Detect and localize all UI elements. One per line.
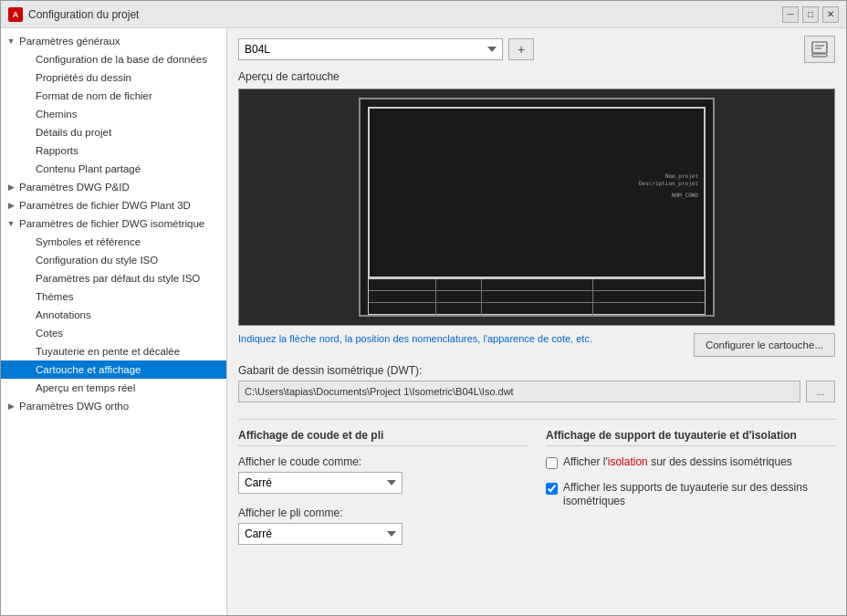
tree-item-filename[interactable]: Format de nom de fichier <box>1 87 226 105</box>
fold-label: Afficher le pli comme: <box>238 506 528 519</box>
two-col-section: Affichage de coude et de pli Afficher le… <box>238 429 835 558</box>
tree-item-dwg-iso[interactable]: ▼ Paramètres de fichier DWG isométrique <box>1 214 226 233</box>
expand-icon-ortho: ▶ <box>5 400 17 412</box>
template-dropdown[interactable]: B04L <box>238 38 503 60</box>
tree-label-plant3d: Paramètres de fichier DWG Plant 3D <box>17 200 191 211</box>
expand-icon-cotes <box>21 327 34 339</box>
expand-icon-reports <box>21 144 34 157</box>
tree-item-themes[interactable]: Thèmes <box>1 287 226 306</box>
tree-panel: ▼ Paramètres généraux Configuration de l… <box>1 28 227 615</box>
expand-icon-symbols <box>21 235 34 248</box>
isolation-label: Afficher l'isolation sur des dessins iso… <box>563 455 792 470</box>
expand-icon-isostyle <box>21 254 34 266</box>
tree-label-isostyle: Configuration du style ISO <box>34 255 158 266</box>
main-content: ▼ Paramètres généraux Configuration de l… <box>1 28 846 615</box>
tree-label-filename: Format de nom de fichier <box>34 90 152 101</box>
tree-label-annot: Annotations <box>34 309 91 320</box>
isolation-checkbox-row: Afficher l'isolation sur des dessins iso… <box>546 455 835 470</box>
expand-icon-details <box>21 126 34 139</box>
close-button[interactable]: ✕ <box>822 6 839 23</box>
tree-label-paths: Chemins <box>34 109 77 120</box>
app-icon: A <box>8 7 23 22</box>
preview-container: Nom_projet Description_projet NOM_COND <box>238 89 835 326</box>
support-section: Affichage de support de tuyauterie et d'… <box>546 429 835 558</box>
tree-item-reports[interactable]: Rapports <box>1 141 226 160</box>
tree-label-details: Détails du projet <box>34 127 111 138</box>
minimize-button[interactable]: ─ <box>782 6 799 23</box>
elbow-field-group: Afficher le coude comme: Carré Rond Bise… <box>238 455 528 494</box>
expand-icon-db <box>21 53 34 66</box>
window-title: Configuration du projet <box>28 8 782 21</box>
maximize-button[interactable]: □ <box>802 6 819 23</box>
browse-button[interactable]: ... <box>806 381 835 402</box>
expand-icon-themes <box>21 290 34 303</box>
elbow-section-title: Affichage de coude et de pli <box>238 429 528 446</box>
tree-label-shared: Contenu Plant partagé <box>34 163 141 174</box>
expand-icon-tuy <box>21 345 34 358</box>
tree-label-defstyle: Paramètres par défaut du style ISO <box>34 273 200 284</box>
settings-icon-button[interactable] <box>804 36 835 63</box>
support-checkbox-row: Afficher les supports de tuyauterie sur … <box>546 481 835 509</box>
elbow-dropdown[interactable]: Carré Rond Biseau <box>238 472 403 494</box>
fold-field-group: Afficher le pli comme: Carré Rond Biseau <box>238 506 528 545</box>
tree-item-cotes[interactable]: Cotes <box>1 324 226 342</box>
title-bar: A Configuration du projet ─ □ ✕ <box>1 1 846 28</box>
tree-item-dwg-pid[interactable]: ▶ Paramètres DWG P&ID <box>1 178 226 196</box>
configure-cartouche-button[interactable]: Configurer le cartouche... <box>694 333 835 357</box>
expand-icon-shared <box>21 162 34 175</box>
tree-item-drawing-props[interactable]: Propriétés du dessin <box>1 68 226 87</box>
expand-icon-apercu <box>21 381 34 394</box>
tree-label-props: Propriétés du dessin <box>34 72 131 83</box>
expand-icon-filename <box>21 89 34 102</box>
tree-item-iso-style[interactable]: Configuration du style ISO <box>1 251 226 269</box>
tree-item-default-style[interactable]: Paramètres par défaut du style ISO <box>1 269 226 287</box>
elbow-label: Afficher le coude comme: <box>238 455 528 468</box>
info-text: Indiquez la flèche nord, la position des… <box>238 333 592 344</box>
tree-item-db-config[interactable]: Configuration de la base de données <box>1 50 226 68</box>
tree-label-db: Configuration de la base de données <box>34 54 207 65</box>
tree-item-symbols[interactable]: Symboles et référence <box>1 233 226 251</box>
tree-label-themes: Thèmes <box>34 291 74 302</box>
tree-item-details[interactable]: Détails du projet <box>1 123 226 141</box>
tree-label-cotes: Cotes <box>34 328 63 339</box>
expand-icon-dwgpid: ▶ <box>5 181 17 193</box>
tree-item-apercu[interactable]: Aperçu en temps réel <box>1 379 226 397</box>
tree-label-cart: Cartouche et affichage <box>34 364 141 375</box>
support-checkbox[interactable] <box>546 483 558 495</box>
tree-item-annotations[interactable]: Annotations <box>1 306 226 324</box>
svg-rect-1 <box>812 54 827 57</box>
tree-item-cartouche[interactable]: Cartouche et affichage <box>1 360 226 379</box>
main-window: A Configuration du projet ─ □ ✕ ▼ Paramè… <box>0 0 847 616</box>
tree-label-general: Paramètres généraux <box>17 36 120 47</box>
divider <box>238 419 835 420</box>
add-template-button[interactable]: + <box>508 38 534 60</box>
fold-dropdown[interactable]: Carré Rond Biseau <box>238 523 403 545</box>
support-label: Afficher les supports de tuyauterie sur … <box>563 481 835 509</box>
tree-label-iso: Paramètres de fichier DWG isométrique <box>17 218 204 229</box>
expand-icon-defstyle <box>21 272 34 285</box>
elbow-section: Affichage de coude et de pli Afficher le… <box>238 429 528 558</box>
tree-label-ortho: Paramètres DWG ortho <box>17 401 129 412</box>
tree-label-tuy: Tuyauterie en pente et décalée <box>34 346 180 357</box>
expand-icon-annot <box>21 308 34 321</box>
tree-item-paths[interactable]: Chemins <box>1 105 226 123</box>
preview-section-title: Aperçu de cartouche <box>238 70 835 83</box>
tree-item-general[interactable]: ▼ Paramètres généraux <box>1 32 226 50</box>
top-row: B04L + <box>238 36 835 63</box>
expand-icon-iso: ▼ <box>5 217 17 230</box>
dwt-path-input[interactable] <box>238 381 800 402</box>
expand-icon-general: ▼ <box>5 35 17 47</box>
info-row: Indiquez la flèche nord, la position des… <box>238 333 835 357</box>
isolation-checkbox[interactable] <box>546 457 558 469</box>
tree-item-tuyauterie[interactable]: Tuyauterie en pente et décalée <box>1 342 226 360</box>
support-section-title: Affichage de support de tuyauterie et d'… <box>546 429 835 446</box>
tree-item-shared-plant[interactable]: Contenu Plant partagé <box>1 160 226 178</box>
dwt-section: Gabarit de dessin isométrique (DWT): ... <box>238 364 835 402</box>
dwt-label: Gabarit de dessin isométrique (DWT): <box>238 364 835 377</box>
tree-label-reports: Rapports <box>34 145 78 156</box>
expand-icon-cart <box>21 363 34 376</box>
tree-label-dwgpid: Paramètres DWG P&ID <box>17 182 130 193</box>
preview-canvas: Nom_projet Description_projet NOM_COND <box>359 98 715 317</box>
tree-item-dwg-plant3d[interactable]: ▶ Paramètres de fichier DWG Plant 3D <box>1 196 226 214</box>
tree-item-dwg-ortho[interactable]: ▶ Paramètres DWG ortho <box>1 397 226 415</box>
